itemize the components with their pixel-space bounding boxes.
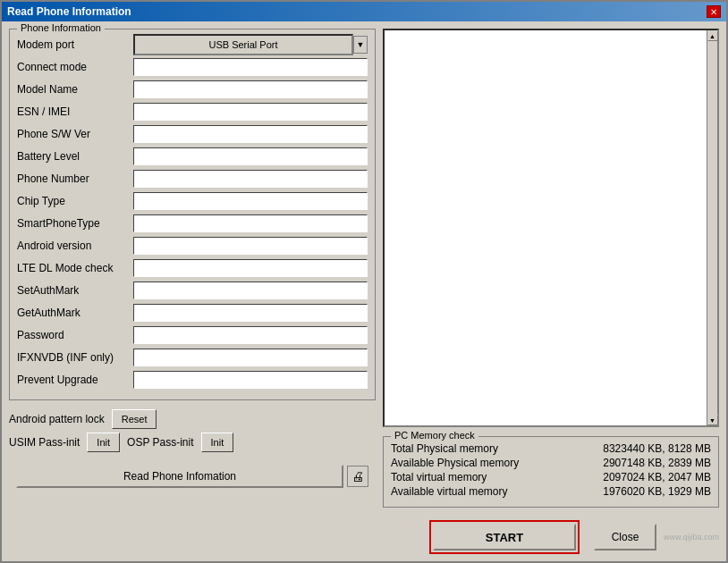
- field-row-ifxnvdb: IFXNVDB (INF only): [17, 348, 368, 367]
- prevent-upgrade-input[interactable]: [133, 371, 368, 389]
- field-label-android: Android version: [17, 239, 133, 252]
- phone-info-label: Phone Information: [17, 22, 105, 33]
- field-label-battery: Battery Level: [17, 150, 133, 163]
- modem-port-button[interactable]: ▼: [353, 36, 368, 54]
- bottom-controls: Android pattern lock Reset USIM Pass-ini…: [9, 406, 376, 456]
- field-label-getauth: GetAuthMark: [17, 307, 133, 319]
- close-icon[interactable]: ✕: [707, 5, 721, 18]
- mem-label-total-virtual: Total virtual memory: [391, 471, 543, 483]
- field-label-chip: Chip Type: [17, 195, 133, 207]
- connect-mode-input[interactable]: [133, 58, 368, 76]
- field-label-connect: Connect mode: [17, 61, 133, 73]
- field-row-smartphone: SmartPhoneType: [17, 214, 368, 233]
- mem-row-total-virtual: Total virtual memory 2097024 KB, 2047 MB: [391, 471, 711, 483]
- usim-init-button[interactable]: Init: [87, 433, 120, 452]
- left-panel: Phone Information Modem port ▼ Connect m…: [9, 29, 376, 554]
- field-label-model: Model Name: [17, 83, 133, 96]
- field-label-esn: ESN / IMEI: [17, 105, 133, 118]
- field-label-lte: LTE DL Mode check: [17, 262, 133, 274]
- field-row-esn: ESN / IMEI: [17, 102, 368, 122]
- printer-icon[interactable]: 🖨: [347, 466, 368, 487]
- modem-port-input[interactable]: [135, 36, 351, 54]
- mem-value-total-virtual: 2097024 KB, 2047 MB: [603, 471, 711, 483]
- field-label-setauth: SetAuthMark: [17, 284, 133, 297]
- read-row: Read Phone Infomation 🖨: [9, 461, 376, 492]
- mem-label-avail-virtual: Available virtual memory: [391, 485, 543, 498]
- esn-imei-input[interactable]: [133, 103, 368, 121]
- phone-number-input[interactable]: [133, 170, 368, 188]
- field-row-chip: Chip Type: [17, 191, 368, 211]
- watermark-text: www.qijiba.com: [664, 533, 719, 542]
- battery-level-input[interactable]: [133, 147, 368, 165]
- pc-memory-group: PC Memory check Total Physical memory 83…: [383, 436, 719, 508]
- field-row-phone-num: Phone Number: [17, 169, 368, 189]
- field-row-model: Model Name: [17, 80, 368, 99]
- mem-label-avail-physical: Available Physical memory: [391, 457, 543, 469]
- field-row-battery: Battery Level: [17, 147, 368, 166]
- reset-button[interactable]: Reset: [112, 409, 157, 429]
- field-row-sw: Phone S/W Ver: [17, 124, 368, 144]
- mem-value-avail-virtual: 1976020 KB, 1929 MB: [603, 485, 711, 498]
- field-row-getauth: GetAuthMark: [17, 303, 368, 323]
- field-label-smartphone: SmartPhoneType: [17, 217, 133, 230]
- right-panel: ▲ ▼ PC Memory check Total Physical memor…: [383, 29, 719, 554]
- mem-row-avail-virtual: Available virtual memory 1976020 KB, 192…: [391, 485, 711, 498]
- password-input[interactable]: [133, 326, 368, 344]
- scroll-down-button[interactable]: ▼: [707, 415, 718, 425]
- field-row-lte: LTE DL Mode check: [17, 258, 368, 278]
- android-version-input[interactable]: [133, 237, 368, 255]
- chip-type-input[interactable]: [133, 192, 368, 210]
- model-name-input[interactable]: [133, 80, 368, 98]
- pattern-lock-row: Android pattern lock Reset: [9, 409, 376, 429]
- field-label-sw: Phone S/W Ver: [17, 128, 133, 140]
- osp-init-button[interactable]: Init: [201, 433, 234, 452]
- mem-row-total-physical: Total Physical memory 8323440 KB, 8128 M…: [391, 442, 711, 455]
- start-button[interactable]: START: [433, 524, 576, 550]
- field-row-android: Android version: [17, 236, 368, 256]
- ifxnvdb-input[interactable]: [133, 349, 368, 366]
- usim-row: USIM Pass-init Init OSP Pass-init Init: [9, 433, 376, 452]
- action-row: START Close www.qijiba.com: [383, 513, 719, 554]
- getauthmark-input[interactable]: [133, 304, 368, 322]
- field-label-phone-num: Phone Number: [17, 172, 133, 185]
- titlebar: Read Phone Information ✕: [2, 2, 726, 21]
- field-label-prevent: Prevent Upgrade: [17, 374, 133, 386]
- field-label-password: Password: [17, 329, 133, 341]
- watermark-area: www.qijiba.com: [664, 533, 719, 542]
- mem-value-total-physical: 8323440 KB, 8128 MB: [603, 442, 711, 455]
- android-pattern-label: Android pattern lock: [9, 413, 105, 425]
- modem-input-wrapper: ▼: [133, 34, 368, 55]
- field-row-password: Password: [17, 325, 368, 345]
- phone-info-group: Phone Information Modem port ▼ Connect m…: [9, 29, 376, 400]
- main-window: Read Phone Information ✕ Phone Informati…: [0, 0, 728, 563]
- sw-ver-input[interactable]: [133, 125, 368, 143]
- usim-label: USIM Pass-init: [9, 436, 80, 449]
- log-area: ▲ ▼: [383, 29, 719, 427]
- field-row-modem: Modem port ▼: [17, 35, 368, 55]
- scroll-up-button[interactable]: ▲: [707, 30, 718, 41]
- field-row-connect: Connect mode: [17, 57, 368, 77]
- window-title: Read Phone Information: [7, 5, 131, 18]
- read-phone-button[interactable]: Read Phone Infomation: [16, 465, 343, 488]
- start-btn-wrapper: START: [429, 520, 580, 554]
- pc-memory-label: PC Memory check: [391, 430, 478, 441]
- smartphone-type-input[interactable]: [133, 214, 368, 232]
- field-row-prevent: Prevent Upgrade: [17, 370, 368, 390]
- field-label-ifxnvdb: IFXNVDB (INF only): [17, 351, 133, 364]
- osp-label: OSP Pass-init: [127, 436, 193, 449]
- lte-dl-input[interactable]: [133, 259, 368, 277]
- scrollbar[interactable]: ▲ ▼: [707, 30, 717, 425]
- close-button[interactable]: Close: [594, 524, 656, 550]
- setauthmark-input[interactable]: [133, 282, 368, 299]
- mem-value-avail-physical: 2907148 KB, 2839 MB: [603, 457, 711, 469]
- field-label-modem: Modem port: [17, 38, 133, 51]
- mem-row-avail-physical: Available Physical memory 2907148 KB, 28…: [391, 457, 711, 469]
- mem-label-total-physical: Total Physical memory: [391, 442, 543, 455]
- content-area: Phone Information Modem port ▼ Connect m…: [2, 21, 726, 561]
- log-content: [385, 30, 707, 425]
- field-row-setauth: SetAuthMark: [17, 281, 368, 300]
